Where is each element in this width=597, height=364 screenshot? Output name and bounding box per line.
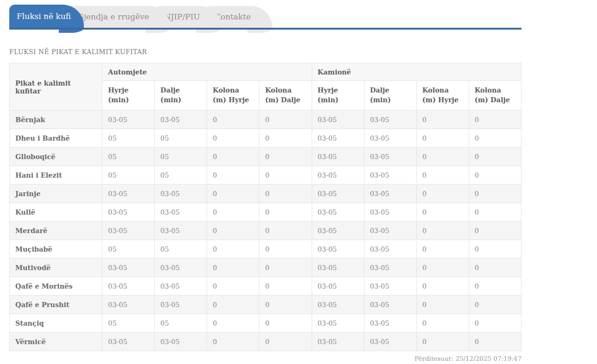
table-row: Bërnjak03-0503-050003-0503-0500 — [10, 111, 522, 129]
subheader-auto-dalje-min: Dalje (min) — [155, 81, 207, 111]
value-cell: 03-05 — [364, 111, 416, 129]
value-cell: 0 — [416, 148, 469, 166]
value-cell: 03-05 — [364, 129, 416, 148]
page-content: Fluksi në kufi Gjendja e rrugëve NJIP/PI… — [0, 0, 522, 362]
table-row: Dheu i Bardhë05050003-0503-0500 — [10, 129, 522, 148]
value-cell: 0 — [259, 259, 312, 277]
value-cell: 0 — [416, 203, 469, 222]
value-cell: 03-05 — [312, 148, 364, 166]
group-header-automjete: Automjete — [102, 63, 312, 81]
value-cell: 0 — [416, 277, 469, 296]
value-cell: 0 — [469, 333, 521, 351]
tab-fluksi-ne-kufi[interactable]: Fluksi në kufi — [9, 5, 84, 28]
last-updated-timestamp: Përditesuar: 25/12/2025 07:19:47 — [9, 355, 522, 362]
value-cell: 0 — [469, 203, 521, 222]
value-cell: 0 — [259, 203, 312, 222]
value-cell: 0 — [259, 222, 312, 240]
value-cell: 03-05 — [155, 222, 207, 240]
table-row: Vërmicë03-0503-050003-0503-0500 — [10, 333, 522, 351]
table-row: Glloboqicë05050003-0503-0500 — [10, 148, 522, 166]
value-cell: 0 — [416, 259, 469, 277]
tab-underline — [9, 28, 522, 30]
value-cell: 03-05 — [312, 166, 364, 185]
subheader-kamion-dalje-min: Dalje (min) — [364, 81, 416, 111]
value-cell: 0 — [259, 240, 312, 259]
crossing-point-name: Stançiq — [10, 314, 102, 333]
value-cell: 0 — [469, 148, 521, 166]
value-cell: 0 — [416, 166, 469, 185]
column-header-crossing-points: Pikat e kalimit kufitar — [10, 63, 102, 111]
crossing-point-name: Kullë — [10, 203, 102, 222]
value-cell: 03-05 — [364, 185, 416, 203]
value-cell: 05 — [155, 314, 207, 333]
value-cell: 0 — [416, 129, 469, 148]
value-cell: 05 — [102, 148, 155, 166]
value-cell: 0 — [207, 222, 259, 240]
value-cell: 03-05 — [155, 333, 207, 351]
value-cell: 03-05 — [364, 259, 416, 277]
value-cell: 0 — [207, 111, 259, 129]
crossing-point-name: Dheu i Bardhë — [10, 129, 102, 148]
value-cell: 0 — [416, 222, 469, 240]
table-row: Hani i Elezit05050003-0503-0500 — [10, 166, 522, 185]
value-cell: 03-05 — [312, 203, 364, 222]
table-row: Qafë e Morinës03-0503-050003-0503-0500 — [10, 277, 522, 296]
value-cell: 03-05 — [312, 259, 364, 277]
value-cell: 05 — [102, 240, 155, 259]
value-cell: 0 — [469, 129, 521, 148]
subheader-kamion-kolona-dalje: Kolona (m) Dalje — [469, 81, 521, 111]
value-cell: 03-05 — [102, 203, 155, 222]
subheader-kamion-kolona-hyrje: Kolona (m) Hyrje — [416, 81, 469, 111]
value-cell: 0 — [207, 259, 259, 277]
value-cell: 03-05 — [364, 166, 416, 185]
table-row: Mutivodë03-0503-050003-0503-0500 — [10, 259, 522, 277]
value-cell: 0 — [259, 129, 312, 148]
value-cell: 05 — [102, 166, 155, 185]
page-title: FLUKSI NË PIKAT E KALIMIT KUFITAR — [9, 48, 522, 56]
value-cell: 05 — [102, 314, 155, 333]
value-cell: 0 — [416, 333, 469, 351]
value-cell: 0 — [469, 259, 521, 277]
group-header-row: Pikat e kalimit kufitar Automjete Kamion… — [10, 63, 522, 81]
value-cell: 0 — [259, 296, 312, 314]
value-cell: 03-05 — [312, 185, 364, 203]
value-cell: 03-05 — [312, 129, 364, 148]
value-cell: 05 — [155, 148, 207, 166]
value-cell: 0 — [469, 314, 521, 333]
value-cell: 0 — [469, 111, 521, 129]
value-cell: 03-05 — [102, 333, 155, 351]
table-row: Jarinje03-0503-050003-0503-0500 — [10, 185, 522, 203]
value-cell: 0 — [207, 296, 259, 314]
value-cell: 03-05 — [102, 111, 155, 129]
crossing-point-name: Bërnjak — [10, 111, 102, 129]
value-cell: 0 — [259, 166, 312, 185]
value-cell: 03-05 — [364, 222, 416, 240]
value-cell: 03-05 — [312, 314, 364, 333]
value-cell: 03-05 — [364, 314, 416, 333]
value-cell: 03-05 — [364, 277, 416, 296]
value-cell: 05 — [102, 129, 155, 148]
crossing-point-name: Qafë e Prushit — [10, 296, 102, 314]
value-cell: 0 — [207, 240, 259, 259]
value-cell: 03-05 — [155, 185, 207, 203]
value-cell: 03-05 — [364, 296, 416, 314]
value-cell: 03-05 — [364, 333, 416, 351]
table-row: Muçibabë05050003-0503-0500 — [10, 240, 522, 259]
value-cell: 03-05 — [155, 296, 207, 314]
value-cell: 03-05 — [102, 185, 155, 203]
value-cell: 03-05 — [312, 277, 364, 296]
value-cell: 0 — [259, 148, 312, 166]
border-flow-table: Pikat e kalimit kufitar Automjete Kamion… — [9, 63, 522, 351]
tab-bar: Fluksi në kufi Gjendja e rrugëve NJIP/PI… — [9, 5, 522, 30]
table-row: Qafë e Prushit03-0503-050003-0503-0500 — [10, 296, 522, 314]
table-row: Stançiq05050003-0503-0500 — [10, 314, 522, 333]
crossing-point-name: Hani i Elezit — [10, 166, 102, 185]
value-cell: 0 — [469, 222, 521, 240]
table-header: Pikat e kalimit kufitar Automjete Kamion… — [10, 63, 522, 111]
value-cell: 0 — [469, 296, 521, 314]
value-cell: 03-05 — [312, 240, 364, 259]
value-cell: 0 — [416, 185, 469, 203]
value-cell: 0 — [207, 277, 259, 296]
crossing-point-name: Vërmicë — [10, 333, 102, 351]
crossing-point-name: Jarinje — [10, 185, 102, 203]
